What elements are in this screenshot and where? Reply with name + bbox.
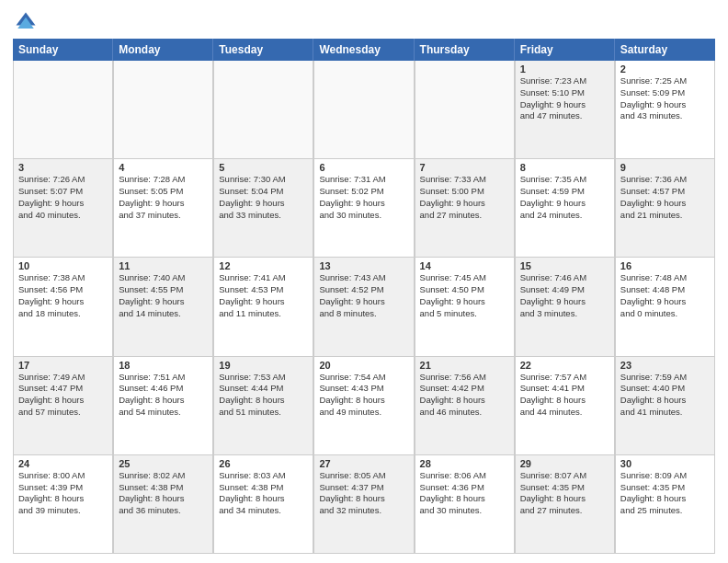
- calendar-cell-3: 3Sunrise: 7:26 AM Sunset: 5:07 PM Daylig…: [13, 159, 113, 257]
- day-number: 28: [420, 458, 509, 469]
- calendar-cell-24: 24Sunrise: 8:00 AM Sunset: 4:39 PM Dayli…: [13, 455, 113, 553]
- day-number: 8: [520, 162, 609, 173]
- day-info: Sunrise: 8:05 AM Sunset: 4:37 PM Dayligh…: [319, 470, 408, 517]
- calendar-cell-empty-0-4: [415, 61, 515, 158]
- calendar-cell-10: 10Sunrise: 7:38 AM Sunset: 4:56 PM Dayli…: [13, 258, 113, 355]
- calendar-row-2: 10Sunrise: 7:38 AM Sunset: 4:56 PM Dayli…: [13, 258, 715, 356]
- day-info: Sunrise: 7:51 AM Sunset: 4:46 PM Dayligh…: [119, 372, 208, 419]
- day-number: 7: [420, 162, 509, 173]
- day-number: 20: [319, 360, 408, 371]
- day-info: Sunrise: 8:00 AM Sunset: 4:39 PM Dayligh…: [18, 470, 108, 517]
- calendar-cell-27: 27Sunrise: 8:05 AM Sunset: 4:37 PM Dayli…: [313, 455, 414, 553]
- calendar-header-thursday: Thursday: [415, 39, 515, 61]
- calendar-row-1: 3Sunrise: 7:26 AM Sunset: 5:07 PM Daylig…: [13, 159, 715, 258]
- day-info: Sunrise: 7:45 AM Sunset: 4:50 PM Dayligh…: [420, 272, 509, 319]
- day-number: 12: [219, 260, 308, 271]
- calendar-header-tuesday: Tuesday: [213, 39, 313, 61]
- day-number: 24: [18, 458, 108, 469]
- day-info: Sunrise: 7:30 AM Sunset: 5:04 PM Dayligh…: [219, 174, 308, 221]
- day-info: Sunrise: 7:40 AM Sunset: 4:55 PM Dayligh…: [119, 272, 208, 319]
- day-number: 30: [620, 458, 710, 469]
- calendar-row-0: 1Sunrise: 7:23 AM Sunset: 5:10 PM Daylig…: [13, 61, 715, 159]
- day-number: 9: [620, 162, 710, 173]
- calendar-cell-6: 6Sunrise: 7:31 AM Sunset: 5:02 PM Daylig…: [313, 159, 414, 257]
- calendar-body: 1Sunrise: 7:23 AM Sunset: 5:10 PM Daylig…: [13, 61, 715, 554]
- day-info: Sunrise: 8:03 AM Sunset: 4:38 PM Dayligh…: [219, 470, 308, 517]
- day-number: 21: [420, 360, 509, 371]
- day-info: Sunrise: 7:23 AM Sunset: 5:10 PM Dayligh…: [520, 75, 609, 122]
- calendar-cell-18: 18Sunrise: 7:51 AM Sunset: 4:46 PM Dayli…: [113, 357, 213, 454]
- day-number: 6: [319, 162, 408, 173]
- page: SundayMondayTuesdayWednesdayThursdayFrid…: [0, 0, 728, 563]
- calendar-cell-25: 25Sunrise: 8:02 AM Sunset: 4:38 PM Dayli…: [113, 455, 213, 553]
- day-info: Sunrise: 7:25 AM Sunset: 5:09 PM Dayligh…: [620, 75, 710, 122]
- day-number: 27: [319, 458, 408, 469]
- calendar-header-sunday: Sunday: [13, 39, 113, 61]
- header: [13, 9, 715, 35]
- day-info: Sunrise: 7:54 AM Sunset: 4:43 PM Dayligh…: [319, 372, 408, 419]
- day-number: 26: [219, 458, 308, 469]
- calendar-cell-20: 20Sunrise: 7:54 AM Sunset: 4:43 PM Dayli…: [313, 357, 414, 454]
- day-info: Sunrise: 7:48 AM Sunset: 4:48 PM Dayligh…: [620, 272, 710, 319]
- calendar-cell-22: 22Sunrise: 7:57 AM Sunset: 4:41 PM Dayli…: [515, 357, 615, 454]
- calendar-cell-14: 14Sunrise: 7:45 AM Sunset: 4:50 PM Dayli…: [415, 258, 515, 355]
- logo-icon: [13, 9, 39, 35]
- day-info: Sunrise: 7:57 AM Sunset: 4:41 PM Dayligh…: [520, 372, 609, 419]
- day-number: 4: [119, 162, 208, 173]
- calendar-cell-9: 9Sunrise: 7:36 AM Sunset: 4:57 PM Daylig…: [615, 159, 715, 257]
- calendar-cell-23: 23Sunrise: 7:59 AM Sunset: 4:40 PM Dayli…: [615, 357, 715, 454]
- calendar-cell-8: 8Sunrise: 7:35 AM Sunset: 4:59 PM Daylig…: [515, 159, 615, 257]
- day-number: 17: [18, 360, 108, 371]
- calendar-cell-29: 29Sunrise: 8:07 AM Sunset: 4:35 PM Dayli…: [515, 455, 615, 553]
- calendar-cell-1: 1Sunrise: 7:23 AM Sunset: 5:10 PM Daylig…: [515, 61, 615, 158]
- calendar-header-wednesday: Wednesday: [313, 39, 414, 61]
- day-number: 25: [119, 458, 208, 469]
- day-info: Sunrise: 7:49 AM Sunset: 4:47 PM Dayligh…: [18, 372, 108, 419]
- day-number: 19: [219, 360, 308, 371]
- day-number: 16: [620, 260, 710, 271]
- calendar-cell-17: 17Sunrise: 7:49 AM Sunset: 4:47 PM Dayli…: [13, 357, 113, 454]
- day-number: 1: [520, 63, 609, 75]
- calendar-cell-11: 11Sunrise: 7:40 AM Sunset: 4:55 PM Dayli…: [113, 258, 213, 355]
- day-info: Sunrise: 7:56 AM Sunset: 4:42 PM Dayligh…: [420, 372, 509, 419]
- logo: [13, 9, 42, 35]
- day-number: 22: [520, 360, 609, 371]
- calendar-cell-26: 26Sunrise: 8:03 AM Sunset: 4:38 PM Dayli…: [213, 455, 313, 553]
- day-number: 11: [119, 260, 208, 271]
- calendar: SundayMondayTuesdayWednesdayThursdayFrid…: [13, 39, 715, 554]
- day-number: 13: [319, 260, 408, 271]
- day-number: 14: [420, 260, 509, 271]
- calendar-cell-5: 5Sunrise: 7:30 AM Sunset: 5:04 PM Daylig…: [213, 159, 313, 257]
- day-info: Sunrise: 7:35 AM Sunset: 4:59 PM Dayligh…: [520, 174, 609, 221]
- calendar-cell-21: 21Sunrise: 7:56 AM Sunset: 4:42 PM Dayli…: [415, 357, 515, 454]
- calendar-header-monday: Monday: [113, 39, 213, 61]
- day-info: Sunrise: 7:59 AM Sunset: 4:40 PM Dayligh…: [620, 372, 710, 419]
- calendar-header-row: SundayMondayTuesdayWednesdayThursdayFrid…: [13, 39, 715, 61]
- day-info: Sunrise: 7:36 AM Sunset: 4:57 PM Dayligh…: [620, 174, 710, 221]
- day-info: Sunrise: 7:28 AM Sunset: 5:05 PM Dayligh…: [119, 174, 208, 221]
- day-info: Sunrise: 8:09 AM Sunset: 4:35 PM Dayligh…: [620, 470, 710, 517]
- calendar-cell-empty-0-1: [113, 61, 213, 158]
- day-info: Sunrise: 7:38 AM Sunset: 4:56 PM Dayligh…: [18, 272, 108, 319]
- day-info: Sunrise: 7:31 AM Sunset: 5:02 PM Dayligh…: [319, 174, 408, 221]
- calendar-cell-empty-0-3: [313, 61, 414, 158]
- day-number: 23: [620, 360, 710, 371]
- day-info: Sunrise: 8:06 AM Sunset: 4:36 PM Dayligh…: [420, 470, 509, 517]
- calendar-cell-19: 19Sunrise: 7:53 AM Sunset: 4:44 PM Dayli…: [213, 357, 313, 454]
- day-number: 3: [18, 162, 108, 173]
- calendar-cell-13: 13Sunrise: 7:43 AM Sunset: 4:52 PM Dayli…: [313, 258, 414, 355]
- day-info: Sunrise: 7:41 AM Sunset: 4:53 PM Dayligh…: [219, 272, 308, 319]
- day-info: Sunrise: 7:43 AM Sunset: 4:52 PM Dayligh…: [319, 272, 408, 319]
- calendar-cell-30: 30Sunrise: 8:09 AM Sunset: 4:35 PM Dayli…: [615, 455, 715, 553]
- day-info: Sunrise: 8:07 AM Sunset: 4:35 PM Dayligh…: [520, 470, 609, 517]
- day-info: Sunrise: 7:46 AM Sunset: 4:49 PM Dayligh…: [520, 272, 609, 319]
- calendar-header-saturday: Saturday: [615, 39, 715, 61]
- calendar-cell-12: 12Sunrise: 7:41 AM Sunset: 4:53 PM Dayli…: [213, 258, 313, 355]
- calendar-row-3: 17Sunrise: 7:49 AM Sunset: 4:47 PM Dayli…: [13, 357, 715, 455]
- day-number: 2: [620, 63, 710, 75]
- calendar-header-friday: Friday: [515, 39, 615, 61]
- day-info: Sunrise: 7:53 AM Sunset: 4:44 PM Dayligh…: [219, 372, 308, 419]
- day-number: 15: [520, 260, 609, 271]
- calendar-cell-7: 7Sunrise: 7:33 AM Sunset: 5:00 PM Daylig…: [415, 159, 515, 257]
- day-number: 29: [520, 458, 609, 469]
